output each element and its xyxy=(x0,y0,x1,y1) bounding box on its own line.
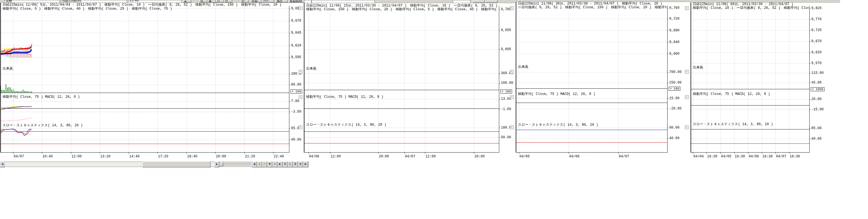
panel-5min-time-label: 14:40 xyxy=(129,155,140,159)
panel-5min-toolbar-dropdown-label: 日経225mini xyxy=(62,0,82,3)
panel-30min-scale-label: 15.00 xyxy=(669,97,680,100)
panel-5min-toolbar-button-label: 定 xyxy=(184,0,187,3)
panel-5min-toolbar-dropdown[interactable]: 先物 xyxy=(5,0,60,3)
panel-30min-pane-scale-icon[interactable]: ↖ xyxy=(685,126,689,129)
panel-60min-scale-label: 9,570 xyxy=(811,61,822,65)
panel-5min-chart-tool-button[interactable]: L xyxy=(288,161,293,167)
panel-5min-chart-tool-button[interactable]: B xyxy=(293,161,298,167)
panel-5min-toolbar-button[interactable]: 週 xyxy=(208,0,216,3)
panel-60min-scale-label: 20.00 xyxy=(811,97,822,101)
panel-15min-pane-scale-icon[interactable]: ↖ xyxy=(510,70,514,74)
panel-5min-toolbar-button[interactable]: 月 xyxy=(216,0,224,3)
panel-5min-toolbar-button[interactable]: 分 xyxy=(241,0,249,3)
panel-30min-stoch-label: スロー・ストキャスティクス( 14, 3, 80, 20 ) xyxy=(518,123,598,127)
panel-5min-chart-tool-button[interactable]: ⊕ xyxy=(298,161,303,167)
panel-60min-stoch-label: スロー・ストキャスティクス( 14, 3, 80, 20 ) xyxy=(693,122,773,126)
panel-60min-scale-label: 9,620 xyxy=(811,51,822,54)
panel-5min-zoom-slider-handle[interactable] xyxy=(219,162,223,166)
panel-5min-time-label: 17:20 xyxy=(158,155,168,159)
panel-5min-toolbar-button[interactable]: 本数 xyxy=(251,0,261,3)
panel-5min-toolbar-button[interactable]: 定 xyxy=(183,0,191,3)
panel-5min-toolbar-button-label: 通常 xyxy=(277,0,283,3)
panel-15min-title-line2: 移動平均( Close, 150 ) 移動平均( Close, 20 ) 移動平… xyxy=(306,8,498,11)
panel-60min-time-label: 04/06 xyxy=(749,155,759,159)
panel-5min-toolbar-dropdown[interactable]: 日経225mini xyxy=(61,0,127,3)
panel-30min-scale-label: 9,760 xyxy=(669,6,680,10)
panel-5min-scroll-thumb[interactable] xyxy=(143,161,211,167)
panel-30min-canvas[interactable] xyxy=(515,0,690,171)
panel-15min-scale-label: -1.00 xyxy=(501,107,511,111)
panel-5min-toolbar-button[interactable]: 300 xyxy=(262,0,274,3)
panel-60min-macd-label: 移動平均( Close, 75 ) MACD( 12, 26, 9 ) xyxy=(693,92,770,96)
panel-5min-scroll-right-button[interactable]: ▶ xyxy=(214,161,219,167)
panel-5min-chart-tool-button[interactable]: D xyxy=(282,161,288,167)
panel-5min-chart-tool-button[interactable]: ▶ xyxy=(277,161,282,167)
panel-30min-scale-label: 9,720 xyxy=(669,17,680,21)
panel-60min-time-label: 16:30 xyxy=(790,155,800,159)
panel-5min-toolbar-dropdown[interactable]: 11/06 xyxy=(128,0,182,3)
panel-5min-pane-scale-icon[interactable]: ↖ xyxy=(299,70,303,74)
panel-5min-macd-label: 移動平均( Close, 75 ) MACD( 12, 26, 9 ) xyxy=(3,95,80,99)
panel-30min-scale-label: 9,600 xyxy=(669,52,680,56)
panel-15min-toolbar-button[interactable] xyxy=(486,0,497,3)
panel-15min-volume-label: 出来高 xyxy=(306,67,316,71)
panel-5min-time-label: 21:20 xyxy=(245,155,255,159)
panel-30min-pane-scale-icon[interactable]: ↖ xyxy=(685,6,689,10)
panel-5min-toolbar-dropdown-label: 11/06 xyxy=(129,0,139,2)
panel-5min-chart-tool-button[interactable]: ＋ xyxy=(257,161,262,167)
panel-30min-scale-label: 9,640 xyxy=(669,40,680,44)
panel-30min-pane-scale-icon[interactable]: ↖ xyxy=(685,70,689,74)
panel-15min-pane-scale-icon[interactable]: ↖ xyxy=(510,6,514,10)
panel-5min-toolbar-button[interactable]: 複数銘柄 xyxy=(289,0,304,3)
panel-60min-scale-label: 9,770 xyxy=(811,18,822,21)
panel-5min-scale-label: 9,595 xyxy=(291,55,301,59)
chart-workspace: 先物日経225mini11/06定日週月分分本数300通常複数銘柄日経225mi… xyxy=(0,0,868,219)
panel-60min-scale-label: -15.00 xyxy=(811,108,824,111)
panel-15min-time-label: 20:00 xyxy=(474,155,485,159)
panel-15min-time-label: 12:00 xyxy=(426,155,436,159)
panel-5min-chart-tool-button[interactable]: ◀ xyxy=(252,161,257,167)
panel-15min-scale-multiplier-badge: × 100 xyxy=(500,89,512,93)
panel-15min-canvas[interactable] xyxy=(303,0,515,171)
panel-60min-title-line2: 移動平均( Close, 10 ) 一目均衡表( 9, 26, 52 ) 移動平… xyxy=(693,6,809,10)
panel-60min-scale-label: 45.00 xyxy=(811,81,822,85)
panel-60min-canvas[interactable] xyxy=(690,0,829,171)
panel-15min-toolbar-button[interactable] xyxy=(473,0,485,3)
panel-5min-time-label: 18:40 xyxy=(187,155,197,159)
panel-30min-scale-label: 40.00 xyxy=(669,136,680,140)
panel-15min-macd-label: 移動平均( Close, 75 ) MACD( 12, 26, 9 ) xyxy=(306,95,383,99)
panel-5min-scale-multiplier-badge: × 100 xyxy=(290,89,302,93)
panel-5min-canvas[interactable] xyxy=(0,0,303,171)
multi-chart-workspace: { "app": {"background": "#ffffff"}, "col… xyxy=(0,0,868,219)
panel-60min-scale-label: 9,720 xyxy=(811,28,822,32)
panel-5min-chart-tool-button[interactable]: ▪ xyxy=(272,161,277,167)
panel-60min-scale-label: 9,670 xyxy=(811,39,822,43)
panel-15min-pane-scale-icon[interactable]: ↖ xyxy=(510,126,514,129)
panel-5min-chart-tool-button[interactable]: ▼ xyxy=(267,161,272,167)
panel-30min-scale-label: 700.00 xyxy=(669,70,681,74)
panel-60min-time-label: 04/07 xyxy=(776,155,786,159)
panel-15min-toolbar-dropdown[interactable] xyxy=(453,0,470,3)
panel-15min-toolbar-dropdown[interactable] xyxy=(312,0,375,3)
panel-5min-toolbar-button[interactable]: 分 xyxy=(224,0,232,3)
panel-60min-volume-label: 出来高 xyxy=(693,65,703,70)
panel-30min-pane-scale-icon[interactable]: ↖ xyxy=(685,95,689,99)
panel-5min-pane-scale-icon[interactable]: ↖ xyxy=(299,95,303,99)
panel-15min-toolbar-dropdown[interactable] xyxy=(304,0,312,3)
panel-5min-chart-tool-button[interactable]: − xyxy=(262,161,267,167)
panel-60min-scale-multiplier-badge: × 1000 xyxy=(811,87,825,91)
panel-15min-scale-label: 9,705 xyxy=(501,7,511,11)
panel-60min-scale-label: 115.00 xyxy=(811,71,824,75)
panel-5min-toolbar-button[interactable]: 日 xyxy=(199,0,207,3)
panel-5min-toolbar-button[interactable]: 通常 xyxy=(276,0,288,3)
panel-15min-scale-label: 9,655 xyxy=(501,28,511,32)
panel-15min-time-label: 04/07 xyxy=(405,155,415,159)
panel-15min-pane-scale-icon[interactable]: ↖ xyxy=(510,95,514,99)
panel-5min-pane-scale-icon[interactable]: ↖ xyxy=(299,6,303,10)
panel-15min-scale-label: 160.00 xyxy=(501,81,513,85)
panel-5min-scale-label: -3.50 xyxy=(291,110,301,114)
panel-15min-time-label: 04/06 xyxy=(309,155,319,159)
panel-30min-scale-multiplier-badge: × 100 xyxy=(669,87,680,91)
panel-5min-pane-scale-icon[interactable]: ↖ xyxy=(299,126,303,129)
panel-15min-scale-label: 9,605 xyxy=(501,47,511,51)
